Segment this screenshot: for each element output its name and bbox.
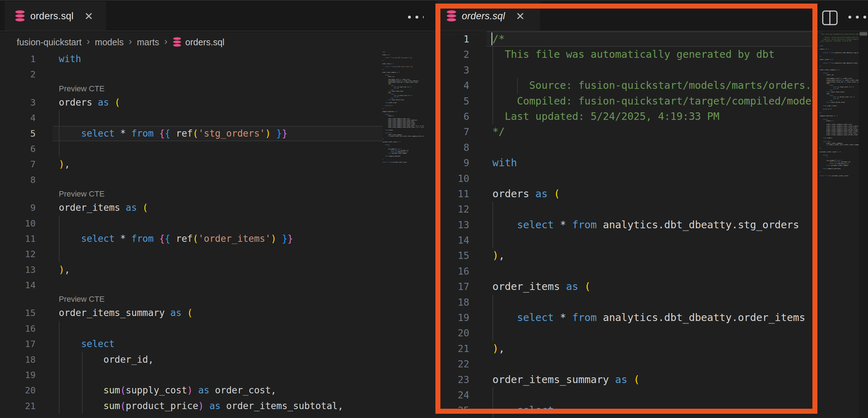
code-line[interactable]: 17 select	[0, 336, 382, 352]
code-line[interactable]: 17order_items as (	[424, 279, 818, 294]
code-line[interactable]: 21),	[424, 341, 818, 356]
code-token	[204, 401, 210, 411]
code-line[interactable]: 1with	[0, 51, 382, 67]
code-line[interactable]: 19 select * from analytics.dbt_dbeatty.o…	[424, 310, 818, 325]
minimap-line: order_items_summary as (	[820, 69, 832, 71]
left-minimap[interactable]: with orders as ( select * from {{ ref('s…	[382, 51, 424, 418]
codelens-preview-cte[interactable]: Preview CTE	[0, 293, 382, 305]
code-line[interactable]: 4	[0, 110, 382, 126]
code-line[interactable]: 10	[424, 171, 818, 186]
code-line[interactable]: 3	[424, 62, 818, 78]
code-line[interactable]: 5 select * from {{ ref('stg_orders') }}	[0, 126, 382, 141]
code-token	[59, 338, 81, 349]
code-token: count_order_items,	[846, 81, 859, 83]
code-line[interactable]: 4 Source: fusion-quickstart/models/marts…	[424, 78, 818, 93]
code-line[interactable]: 6 Last updated: 5/24/2025, 4:19:33 PM	[424, 109, 818, 124]
code-line[interactable]: 6	[0, 141, 382, 157]
tab-orders-sql-right[interactable]: orders.sql ✕	[436, 1, 540, 31]
line-number: 18	[0, 352, 36, 367]
code-line[interactable]: 11orders as (	[424, 186, 818, 202]
code-line[interactable]: 20	[424, 325, 818, 341]
line-number: 7	[0, 157, 36, 172]
code-line[interactable]: 18 order_id,	[0, 352, 382, 367]
codelens-preview-cte[interactable]: Preview CTE	[0, 188, 382, 200]
line-number: 13	[424, 217, 469, 233]
code-line[interactable]: 9order_items as (	[0, 200, 382, 215]
code-line[interactable]: 25 select	[424, 403, 818, 418]
code-line[interactable]: 2	[0, 67, 382, 82]
code-line[interactable]: 10	[0, 216, 382, 231]
breadcrumb-item-models[interactable]: models	[95, 37, 124, 47]
code-token: with	[492, 157, 517, 169]
code-token	[578, 280, 584, 292]
code-text: Last updated: 5/24/2025, 4:19:33 PM	[492, 109, 719, 124]
more-actions-icon[interactable]	[848, 16, 866, 19]
code-token: *	[828, 62, 831, 64]
right-code-editor[interactable]: 1/*2 This file was automatically generat…	[424, 31, 818, 418]
code-line[interactable]: 5 Compiled: fusion-quickstart/target/com…	[424, 93, 818, 109]
breadcrumb-item-file[interactable]: orders.sql	[172, 36, 224, 48]
code-token: from	[572, 311, 597, 323]
line-number: 15	[0, 305, 36, 321]
code-line[interactable]: 11 select * from {{ ref('order_items') }…	[0, 231, 382, 246]
code-line[interactable]: 24	[424, 387, 818, 403]
right-scrollbar[interactable]	[859, 31, 868, 418]
code-line[interactable]: 8	[424, 140, 818, 155]
code-line[interactable]: 7*/	[424, 124, 818, 139]
code-line[interactable]: 22	[424, 356, 818, 372]
code-token: then	[849, 96, 853, 98]
code-line[interactable]: 21 sum(product_price) as order_items_sub…	[0, 398, 382, 414]
code-token: }	[282, 233, 288, 244]
code-line[interactable]: 13),	[0, 262, 382, 277]
code-text: ),	[492, 341, 505, 356]
right-minimap[interactable]: /* This file was automatically generated…	[820, 31, 859, 418]
code-token: from	[131, 233, 154, 244]
code-line[interactable]: 13 select * from analytics.dbt_dbeatty.s…	[424, 217, 818, 233]
right-scrollbar-thumb[interactable]	[859, 32, 867, 36]
code-line[interactable]: 20 sum(supply_cost) as order_cost,	[0, 383, 382, 398]
code-token: order_items_summary	[382, 72, 397, 73]
code-line[interactable]: 15order_items_summary as (	[0, 305, 382, 321]
code-token: select	[81, 233, 115, 244]
close-icon[interactable]: ✕	[84, 10, 93, 22]
code-token: compute_booleans	[382, 111, 394, 112]
code-line[interactable]: 12	[424, 202, 818, 217]
line-number: 15	[424, 248, 469, 263]
breadcrumb-item-marts[interactable]: marts	[137, 37, 159, 47]
code-token: *,	[382, 146, 389, 147]
code-line[interactable]: 14	[424, 233, 818, 248]
code-token: 0	[837, 98, 838, 100]
line-number: 6	[0, 141, 36, 157]
more-actions-icon[interactable]	[408, 16, 426, 19]
code-token: order_items	[492, 280, 566, 292]
code-line[interactable]: 7),	[0, 157, 382, 172]
code-token: ,	[498, 342, 505, 355]
code-line[interactable]: 3orders as (	[0, 95, 382, 110]
minimap-line: group by 1	[382, 105, 394, 106]
code-token: orders	[492, 188, 536, 200]
tab-orders-sql-left[interactable]: orders.sql ✕	[5, 1, 106, 31]
code-line[interactable]: 19	[0, 367, 382, 383]
breadcrumb-item-project[interactable]: fusion-quickstart	[17, 37, 82, 47]
code-line[interactable]: 16	[424, 264, 818, 279]
code-line[interactable]: 23order_items_summary as (	[424, 372, 818, 387]
code-token: (	[389, 54, 390, 56]
code-line[interactable]: 15),	[424, 248, 818, 263]
minimap-line: select * from customer_order_count	[382, 162, 394, 163]
code-line[interactable]: 9with	[424, 155, 818, 170]
split-editor-icon[interactable]	[822, 10, 839, 26]
close-icon[interactable]: ✕	[516, 10, 525, 22]
code-line[interactable]: 18	[424, 295, 818, 310]
code-line[interactable]: 8	[0, 172, 382, 188]
code-token: )	[382, 99, 389, 101]
codelens-preview-cte[interactable]: Preview CTE	[0, 82, 382, 95]
code-line[interactable]: 12	[0, 246, 382, 262]
line-number: 20	[0, 383, 36, 398]
code-token: orders	[388, 129, 393, 131]
code-line[interactable]: 14	[0, 277, 382, 293]
code-token: ),	[820, 55, 821, 57]
code-line[interactable]: 16	[0, 321, 382, 336]
left-code-editor[interactable]: 1with2Preview CTE3orders as (45 select *…	[0, 51, 382, 418]
code-line[interactable]: 2 This file was automatically generated …	[424, 47, 818, 62]
code-line[interactable]: 1/*	[424, 31, 818, 47]
